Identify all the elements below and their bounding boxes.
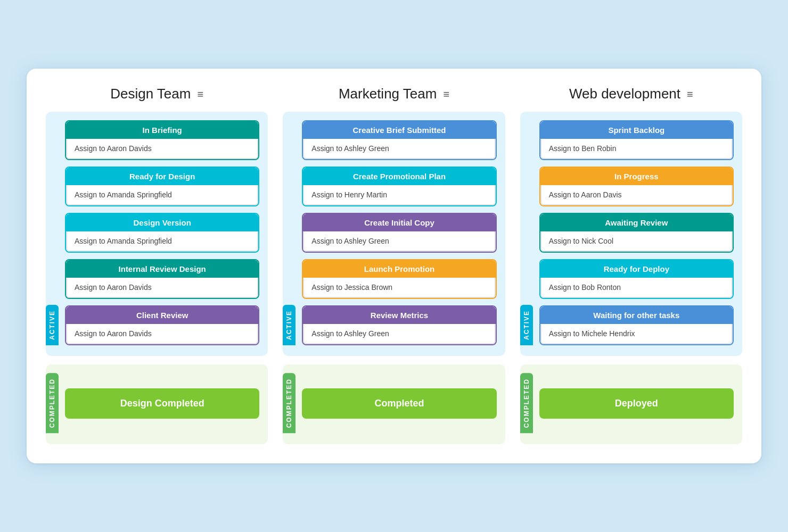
card-in-progress[interactable]: In ProgressAssign to Aaron Davis [539, 167, 734, 206]
card-body-design-version: Assign to Amanda Springfield [66, 231, 258, 252]
board-columns: Design Team≡ACTIVEIn BriefingAssign to A… [46, 86, 742, 444]
column-title-web-development: Web development [569, 86, 680, 102]
card-body-in-briefing: Assign to Aaron Davids [66, 139, 258, 159]
column-title-design-team: Design Team [110, 86, 191, 102]
completed-label-design-team: COMPLETED [46, 373, 59, 433]
completed-button-marketing-team[interactable]: Completed [302, 388, 496, 419]
card-body-create-initial-copy: Assign to Ashley Green [303, 231, 495, 252]
completed-label-marketing-team: COMPLETED [283, 373, 296, 433]
completed-button-web-development[interactable]: Deployed [539, 388, 734, 419]
card-internal-review-design[interactable]: Internal Review DesignAssign to Aaron Da… [65, 259, 259, 299]
active-label-design-team: ACTIVE [46, 305, 59, 345]
card-ready-for-design[interactable]: Ready for DesignAssign to Amanda Springf… [65, 167, 259, 206]
completed-section-design-team: COMPLETEDDesign Completed [46, 364, 268, 444]
cards-area-web-development: Sprint BacklogAssign to Ben RobinIn Prog… [539, 120, 734, 345]
menu-icon-marketing-team[interactable]: ≡ [443, 89, 449, 99]
active-label-web-development: ACTIVE [520, 305, 533, 345]
completed-section-web-development: COMPLETEDDeployed [520, 364, 742, 444]
card-body-ready-for-design: Assign to Amanda Springfield [66, 185, 258, 205]
card-header-internal-review-design: Internal Review Design [66, 260, 258, 278]
column-header-marketing-team: Marketing Team≡ [283, 86, 505, 102]
column-web-development: Web development≡ACTIVESprint BacklogAssi… [520, 86, 742, 444]
card-design-version[interactable]: Design VersionAssign to Amanda Springfie… [65, 213, 259, 253]
card-body-ready-for-deploy: Assign to Bob Ronton [540, 278, 733, 298]
completed-label-web-development: COMPLETED [520, 373, 533, 433]
card-header-ready-for-design: Ready for Design [66, 168, 258, 185]
card-header-in-progress: In Progress [540, 168, 733, 185]
card-body-create-promotional-plan: Assign to Henry Martin [303, 185, 495, 205]
card-header-ready-for-deploy: Ready for Deploy [540, 260, 733, 278]
card-create-promotional-plan[interactable]: Create Promotional PlanAssign to Henry M… [302, 167, 496, 206]
card-header-client-review: Client Review [66, 306, 258, 324]
menu-icon-design-team[interactable]: ≡ [197, 89, 203, 99]
card-header-review-metrics: Review Metrics [303, 306, 495, 324]
card-header-creative-brief-submitted: Creative Brief Submitted [303, 121, 495, 139]
completed-button-design-team[interactable]: Design Completed [65, 388, 259, 419]
card-body-client-review: Assign to Aaron Davids [66, 324, 258, 344]
column-header-design-team: Design Team≡ [46, 86, 268, 102]
card-in-briefing[interactable]: In BriefingAssign to Aaron Davids [65, 120, 259, 160]
card-header-create-promotional-plan: Create Promotional Plan [303, 168, 495, 185]
card-create-initial-copy[interactable]: Create Initial CopyAssign to Ashley Gree… [302, 213, 496, 253]
cards-area-marketing-team: Creative Brief SubmittedAssign to Ashley… [302, 120, 496, 345]
card-review-metrics[interactable]: Review MetricsAssign to Ashley Green [302, 305, 496, 345]
active-section-marketing-team: ACTIVECreative Brief SubmittedAssign to … [283, 112, 505, 356]
card-sprint-backlog[interactable]: Sprint BacklogAssign to Ben Robin [539, 120, 734, 160]
card-header-in-briefing: In Briefing [66, 121, 258, 139]
card-header-launch-promotion: Launch Promotion [303, 260, 495, 278]
card-body-sprint-backlog: Assign to Ben Robin [540, 139, 733, 159]
card-creative-brief-submitted[interactable]: Creative Brief SubmittedAssign to Ashley… [302, 120, 496, 160]
card-awaiting-review[interactable]: Awaiting ReviewAssign to Nick Cool [539, 213, 734, 253]
active-section-web-development: ACTIVESprint BacklogAssign to Ben RobinI… [520, 112, 742, 356]
column-design-team: Design Team≡ACTIVEIn BriefingAssign to A… [46, 86, 268, 444]
card-launch-promotion[interactable]: Launch PromotionAssign to Jessica Brown [302, 259, 496, 299]
column-header-web-development: Web development≡ [520, 86, 742, 102]
card-body-internal-review-design: Assign to Aaron Davids [66, 278, 258, 298]
active-section-design-team: ACTIVEIn BriefingAssign to Aaron DavidsR… [46, 112, 268, 356]
active-label-marketing-team: ACTIVE [283, 305, 296, 345]
menu-icon-web-development[interactable]: ≡ [687, 89, 693, 99]
card-header-design-version: Design Version [66, 214, 258, 231]
card-header-waiting-for-other-tasks: Waiting for other tasks [540, 306, 733, 324]
card-waiting-for-other-tasks[interactable]: Waiting for other tasksAssign to Michele… [539, 305, 734, 345]
card-body-creative-brief-submitted: Assign to Ashley Green [303, 139, 495, 159]
card-body-waiting-for-other-tasks: Assign to Michele Hendrix [540, 324, 733, 344]
column-marketing-team: Marketing Team≡ACTIVECreative Brief Subm… [283, 86, 505, 444]
card-body-awaiting-review: Assign to Nick Cool [540, 231, 733, 252]
column-title-marketing-team: Marketing Team [339, 86, 437, 102]
card-body-launch-promotion: Assign to Jessica Brown [303, 278, 495, 298]
card-ready-for-deploy[interactable]: Ready for DeployAssign to Bob Ronton [539, 259, 734, 299]
card-body-review-metrics: Assign to Ashley Green [303, 324, 495, 344]
card-header-create-initial-copy: Create Initial Copy [303, 214, 495, 231]
completed-section-marketing-team: COMPLETEDCompleted [283, 364, 505, 444]
card-header-sprint-backlog: Sprint Backlog [540, 121, 733, 139]
board-container: Design Team≡ACTIVEIn BriefingAssign to A… [27, 69, 761, 463]
cards-area-design-team: In BriefingAssign to Aaron DavidsReady f… [65, 120, 259, 345]
card-client-review[interactable]: Client ReviewAssign to Aaron Davids [65, 305, 259, 345]
card-body-in-progress: Assign to Aaron Davis [540, 185, 733, 205]
card-header-awaiting-review: Awaiting Review [540, 214, 733, 231]
